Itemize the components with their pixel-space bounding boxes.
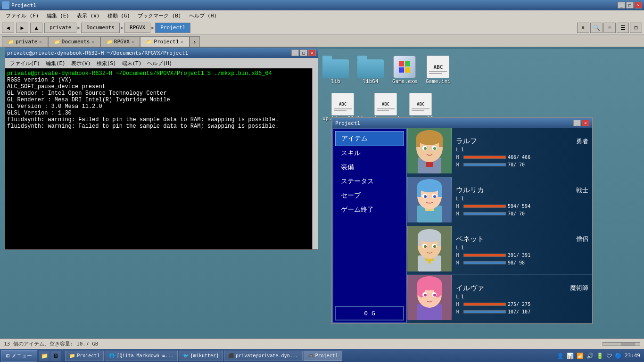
window-title: Project1 bbox=[11, 2, 36, 8]
view-grid-button[interactable]: ⊞ bbox=[577, 23, 589, 33]
start-button[interactable]: ⊞ メニュー bbox=[1, 350, 37, 362]
icon-game-ini[interactable]: ABC Game.ini bbox=[424, 54, 453, 86]
char2-level: 1 bbox=[461, 196, 464, 202]
taskbar-terminal[interactable]: ⬛ private@private-dyn... bbox=[224, 351, 302, 361]
back-button[interactable]: ◀ bbox=[2, 23, 14, 33]
term-menu-terminal[interactable]: 端末(T) bbox=[119, 59, 145, 68]
path-private[interactable]: private bbox=[44, 23, 76, 33]
term-menu-search[interactable]: 検索(S) bbox=[94, 59, 119, 68]
char3-level-label: L bbox=[456, 245, 459, 251]
quick-launch-folder[interactable]: 📁 bbox=[39, 351, 50, 361]
taskbar-item-label-4: private@private-dyn... bbox=[236, 353, 298, 358]
taskbar-project1-game[interactable]: 🎮 Project1 bbox=[304, 351, 342, 361]
menu-view[interactable]: 表示 (V) bbox=[73, 11, 104, 20]
terminal-close[interactable]: × bbox=[308, 49, 316, 56]
path-project1[interactable]: Project1 bbox=[155, 23, 190, 33]
menu-go[interactable]: 移動 (G) bbox=[104, 11, 134, 20]
terminal-scrollbar[interactable] bbox=[312, 68, 318, 249]
nautilus-toolbar: ◀ ▶ ▲ private ▶ Documents ▶ RPGVX ▶ Proj… bbox=[0, 21, 644, 35]
taskbar-mikutter[interactable]: 🐦 [mikutter] bbox=[179, 351, 223, 361]
char-row-1: ラルフ 勇者 L 1 H 466/ 466 bbox=[407, 128, 592, 177]
char3-hp-label: H bbox=[456, 252, 462, 258]
text-icon-lines-3 bbox=[377, 108, 395, 112]
tab-bar: 📁 private × 📁 Documents × 📁 RPGVX × 📁 Pr… bbox=[0, 35, 644, 47]
icon-area: lib lib64 bbox=[321, 54, 453, 123]
svg-rect-28 bbox=[418, 236, 421, 246]
icon-row-1: lib lib64 bbox=[321, 54, 453, 86]
game-title: Project1 bbox=[335, 120, 360, 126]
terminal-maximize[interactable]: □ bbox=[300, 49, 307, 56]
term-menu-view[interactable]: 表示(V) bbox=[68, 59, 94, 68]
terminal-minimize[interactable]: _ bbox=[291, 49, 299, 56]
tab-rpgvx[interactable]: 📁 RPGVX × bbox=[100, 36, 140, 47]
tab-project1[interactable]: 📁 Project1 × bbox=[140, 36, 189, 47]
up-button[interactable]: ▲ bbox=[30, 23, 42, 33]
view-menu-button[interactable]: ≡ bbox=[603, 23, 616, 33]
forward-button[interactable]: ▶ bbox=[16, 23, 28, 33]
scroll-thumb[interactable] bbox=[603, 342, 640, 346]
menu-file[interactable]: ファイル (F) bbox=[2, 11, 43, 20]
terminal-title: private@private-dynabook-R632-H ~/Docume… bbox=[7, 50, 188, 56]
view-split-button[interactable]: ⊟ bbox=[630, 23, 642, 33]
tab-documents[interactable]: 📁 Documents × bbox=[48, 36, 100, 47]
tab-documents-close[interactable]: × bbox=[91, 40, 94, 44]
menu-bookmarks[interactable]: ブックマーク (B) bbox=[134, 11, 185, 20]
path-rpgvx[interactable]: RPGVX bbox=[124, 23, 150, 33]
icon-game-exe-label: Game.exe bbox=[392, 78, 417, 84]
terminal-output-3: GL Vendor : Intel Open Source Technology… bbox=[7, 90, 310, 97]
minimize-button[interactable]: _ bbox=[618, 2, 625, 8]
quick-launch-monitor[interactable]: 🖥 bbox=[50, 351, 61, 361]
icon-game-exe[interactable]: Game.exe bbox=[390, 54, 419, 86]
game-close[interactable]: × bbox=[582, 120, 589, 126]
terminal-titlebar: private@private-dynabook-R632-H ~/Docume… bbox=[5, 48, 318, 58]
menu-help[interactable]: ヘルプ (H) bbox=[185, 11, 221, 20]
term-menu-file[interactable]: ファイル(F) bbox=[7, 59, 43, 68]
tab-private-close[interactable]: × bbox=[39, 40, 41, 44]
text-file-icon: ABC bbox=[427, 56, 449, 78]
menu-item-quit[interactable]: ゲーム終了 bbox=[335, 203, 404, 217]
menu-item-item[interactable]: アイテム bbox=[335, 131, 404, 146]
char3-level: 1 bbox=[461, 245, 464, 251]
menu-item-equip[interactable]: 装備 bbox=[335, 160, 404, 174]
svg-rect-6 bbox=[439, 138, 443, 147]
menu-edit[interactable]: 編集 (E) bbox=[43, 11, 74, 20]
terminal-output-5: GL Version : 3.0 Mesa 11.2.0 bbox=[7, 103, 310, 110]
menu-item-save[interactable]: セーブ bbox=[335, 189, 404, 203]
tab-rpgvx-close[interactable]: × bbox=[132, 40, 134, 44]
char4-name: イルヴァ bbox=[456, 284, 484, 293]
close-button[interactable]: × bbox=[635, 2, 642, 8]
taskbar-qiita[interactable]: 🌐 [Qiita Markdown ≡... bbox=[105, 351, 177, 361]
icon-lib64[interactable]: lib64 bbox=[355, 54, 386, 86]
taskbar-project1-fm[interactable]: 📁 Project1 bbox=[65, 351, 104, 361]
new-tab-button[interactable]: › bbox=[190, 36, 200, 47]
text-icon-lines-4 bbox=[412, 108, 429, 112]
term-menu-help[interactable]: ヘルプ(H) bbox=[144, 59, 175, 68]
game-minimize[interactable]: _ bbox=[573, 120, 581, 126]
tab-private[interactable]: 📁 private × bbox=[2, 36, 48, 47]
text-icon-lines bbox=[429, 71, 447, 75]
svg-point-9 bbox=[424, 147, 427, 150]
tab-project1-close[interactable]: × bbox=[181, 40, 183, 44]
terminal-controls: _ □ × bbox=[291, 49, 316, 56]
char1-mp-bar bbox=[464, 164, 505, 166]
terminal-body[interactable]: private@private-dynabook-R632-H ~/Docume… bbox=[5, 68, 312, 249]
char3-name-row: ベネット 僧侶 bbox=[456, 235, 588, 244]
icon-lib[interactable]: lib bbox=[321, 54, 351, 86]
view-list-button[interactable]: ☰ bbox=[617, 23, 629, 33]
path-documents[interactable]: Documents bbox=[81, 23, 120, 33]
terminal-prompt: private@private-dynabook-R632-H ~/Docume… bbox=[7, 70, 310, 77]
nautilus-titlebar: Project1 _ □ × bbox=[0, 0, 644, 10]
term-menu-edit[interactable]: 編集(E) bbox=[43, 59, 68, 68]
menu-item-status[interactable]: ステータス bbox=[335, 174, 404, 189]
taskbar-item-label-1: Project1 bbox=[77, 353, 99, 358]
char3-mp-label: M bbox=[456, 260, 462, 266]
char4-hp-label: H bbox=[456, 301, 462, 307]
char3-mp-values: 98/ 98 bbox=[508, 260, 525, 265]
maximize-button[interactable]: □ bbox=[626, 2, 634, 8]
game-controls: _ × bbox=[573, 120, 589, 126]
char1-hp-label: H bbox=[456, 154, 462, 160]
menu-item-skill[interactable]: スキル bbox=[335, 146, 404, 160]
search-button[interactable]: 🔍 bbox=[590, 23, 603, 33]
char3-portrait bbox=[407, 226, 452, 272]
char2-class: 戦士 bbox=[576, 186, 588, 195]
